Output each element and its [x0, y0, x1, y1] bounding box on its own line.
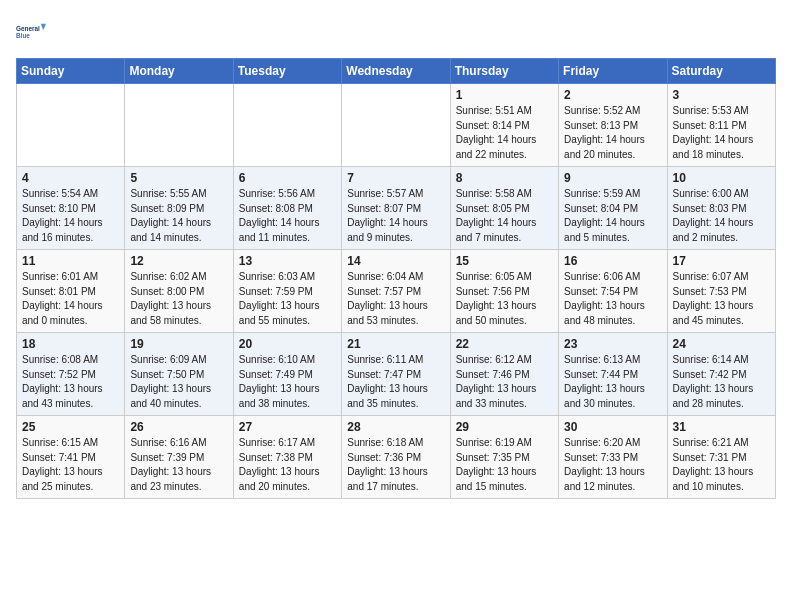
calendar-cell: 8Sunrise: 5:58 AM Sunset: 8:05 PM Daylig… — [450, 167, 558, 250]
day-header-saturday: Saturday — [667, 59, 775, 84]
day-info: Sunrise: 5:57 AM Sunset: 8:07 PM Dayligh… — [347, 187, 444, 245]
day-info: Sunrise: 6:12 AM Sunset: 7:46 PM Dayligh… — [456, 353, 553, 411]
logo-icon: GeneralBlue — [16, 16, 48, 48]
calendar-cell: 27Sunrise: 6:17 AM Sunset: 7:38 PM Dayli… — [233, 416, 341, 499]
day-number: 15 — [456, 254, 553, 268]
calendar-cell: 6Sunrise: 5:56 AM Sunset: 8:08 PM Daylig… — [233, 167, 341, 250]
day-number: 22 — [456, 337, 553, 351]
calendar-cell: 11Sunrise: 6:01 AM Sunset: 8:01 PM Dayli… — [17, 250, 125, 333]
day-number: 13 — [239, 254, 336, 268]
calendar-cell — [342, 84, 450, 167]
day-info: Sunrise: 6:19 AM Sunset: 7:35 PM Dayligh… — [456, 436, 553, 494]
week-row: 18Sunrise: 6:08 AM Sunset: 7:52 PM Dayli… — [17, 333, 776, 416]
day-info: Sunrise: 6:18 AM Sunset: 7:36 PM Dayligh… — [347, 436, 444, 494]
calendar-cell: 3Sunrise: 5:53 AM Sunset: 8:11 PM Daylig… — [667, 84, 775, 167]
svg-text:General: General — [16, 25, 40, 32]
day-info: Sunrise: 6:14 AM Sunset: 7:42 PM Dayligh… — [673, 353, 770, 411]
week-row: 4Sunrise: 5:54 AM Sunset: 8:10 PM Daylig… — [17, 167, 776, 250]
calendar-cell: 12Sunrise: 6:02 AM Sunset: 8:00 PM Dayli… — [125, 250, 233, 333]
calendar-cell: 10Sunrise: 6:00 AM Sunset: 8:03 PM Dayli… — [667, 167, 775, 250]
day-number: 10 — [673, 171, 770, 185]
day-number: 30 — [564, 420, 661, 434]
day-number: 3 — [673, 88, 770, 102]
day-number: 19 — [130, 337, 227, 351]
day-info: Sunrise: 6:01 AM Sunset: 8:01 PM Dayligh… — [22, 270, 119, 328]
day-number: 8 — [456, 171, 553, 185]
day-info: Sunrise: 5:54 AM Sunset: 8:10 PM Dayligh… — [22, 187, 119, 245]
calendar-cell: 25Sunrise: 6:15 AM Sunset: 7:41 PM Dayli… — [17, 416, 125, 499]
day-info: Sunrise: 6:03 AM Sunset: 7:59 PM Dayligh… — [239, 270, 336, 328]
day-number: 23 — [564, 337, 661, 351]
day-info: Sunrise: 6:20 AM Sunset: 7:33 PM Dayligh… — [564, 436, 661, 494]
calendar-cell: 24Sunrise: 6:14 AM Sunset: 7:42 PM Dayli… — [667, 333, 775, 416]
calendar-cell: 7Sunrise: 5:57 AM Sunset: 8:07 PM Daylig… — [342, 167, 450, 250]
calendar-cell: 20Sunrise: 6:10 AM Sunset: 7:49 PM Dayli… — [233, 333, 341, 416]
day-number: 4 — [22, 171, 119, 185]
day-header-wednesday: Wednesday — [342, 59, 450, 84]
day-info: Sunrise: 6:15 AM Sunset: 7:41 PM Dayligh… — [22, 436, 119, 494]
day-info: Sunrise: 6:11 AM Sunset: 7:47 PM Dayligh… — [347, 353, 444, 411]
calendar-cell: 17Sunrise: 6:07 AM Sunset: 7:53 PM Dayli… — [667, 250, 775, 333]
calendar-cell — [233, 84, 341, 167]
calendar-header: SundayMondayTuesdayWednesdayThursdayFrid… — [17, 59, 776, 84]
day-header-friday: Friday — [559, 59, 667, 84]
day-number: 29 — [456, 420, 553, 434]
day-number: 18 — [22, 337, 119, 351]
day-number: 6 — [239, 171, 336, 185]
day-number: 16 — [564, 254, 661, 268]
day-header-monday: Monday — [125, 59, 233, 84]
week-row: 11Sunrise: 6:01 AM Sunset: 8:01 PM Dayli… — [17, 250, 776, 333]
calendar-cell: 15Sunrise: 6:05 AM Sunset: 7:56 PM Dayli… — [450, 250, 558, 333]
calendar-cell — [125, 84, 233, 167]
day-info: Sunrise: 6:17 AM Sunset: 7:38 PM Dayligh… — [239, 436, 336, 494]
day-info: Sunrise: 5:52 AM Sunset: 8:13 PM Dayligh… — [564, 104, 661, 162]
week-row: 25Sunrise: 6:15 AM Sunset: 7:41 PM Dayli… — [17, 416, 776, 499]
calendar-cell: 5Sunrise: 5:55 AM Sunset: 8:09 PM Daylig… — [125, 167, 233, 250]
day-info: Sunrise: 6:16 AM Sunset: 7:39 PM Dayligh… — [130, 436, 227, 494]
day-number: 17 — [673, 254, 770, 268]
day-header-sunday: Sunday — [17, 59, 125, 84]
day-info: Sunrise: 5:53 AM Sunset: 8:11 PM Dayligh… — [673, 104, 770, 162]
day-number: 12 — [130, 254, 227, 268]
day-number: 5 — [130, 171, 227, 185]
day-info: Sunrise: 5:58 AM Sunset: 8:05 PM Dayligh… — [456, 187, 553, 245]
day-header-tuesday: Tuesday — [233, 59, 341, 84]
week-row: 1Sunrise: 5:51 AM Sunset: 8:14 PM Daylig… — [17, 84, 776, 167]
calendar-cell: 22Sunrise: 6:12 AM Sunset: 7:46 PM Dayli… — [450, 333, 558, 416]
day-info: Sunrise: 5:59 AM Sunset: 8:04 PM Dayligh… — [564, 187, 661, 245]
calendar-cell: 23Sunrise: 6:13 AM Sunset: 7:44 PM Dayli… — [559, 333, 667, 416]
calendar-cell: 19Sunrise: 6:09 AM Sunset: 7:50 PM Dayli… — [125, 333, 233, 416]
day-info: Sunrise: 6:13 AM Sunset: 7:44 PM Dayligh… — [564, 353, 661, 411]
calendar-cell: 26Sunrise: 6:16 AM Sunset: 7:39 PM Dayli… — [125, 416, 233, 499]
day-info: Sunrise: 6:07 AM Sunset: 7:53 PM Dayligh… — [673, 270, 770, 328]
day-info: Sunrise: 6:08 AM Sunset: 7:52 PM Dayligh… — [22, 353, 119, 411]
calendar-cell: 1Sunrise: 5:51 AM Sunset: 8:14 PM Daylig… — [450, 84, 558, 167]
day-info: Sunrise: 6:00 AM Sunset: 8:03 PM Dayligh… — [673, 187, 770, 245]
day-number: 14 — [347, 254, 444, 268]
calendar-cell: 31Sunrise: 6:21 AM Sunset: 7:31 PM Dayli… — [667, 416, 775, 499]
day-number: 24 — [673, 337, 770, 351]
page-header: GeneralBlue — [16, 16, 776, 48]
calendar-table: SundayMondayTuesdayWednesdayThursdayFrid… — [16, 58, 776, 499]
day-number: 1 — [456, 88, 553, 102]
calendar-cell: 29Sunrise: 6:19 AM Sunset: 7:35 PM Dayli… — [450, 416, 558, 499]
calendar-cell: 13Sunrise: 6:03 AM Sunset: 7:59 PM Dayli… — [233, 250, 341, 333]
calendar-cell: 16Sunrise: 6:06 AM Sunset: 7:54 PM Dayli… — [559, 250, 667, 333]
day-number: 21 — [347, 337, 444, 351]
day-number: 2 — [564, 88, 661, 102]
day-info: Sunrise: 6:21 AM Sunset: 7:31 PM Dayligh… — [673, 436, 770, 494]
day-number: 25 — [22, 420, 119, 434]
day-header-thursday: Thursday — [450, 59, 558, 84]
calendar-cell: 30Sunrise: 6:20 AM Sunset: 7:33 PM Dayli… — [559, 416, 667, 499]
day-info: Sunrise: 6:10 AM Sunset: 7:49 PM Dayligh… — [239, 353, 336, 411]
day-number: 31 — [673, 420, 770, 434]
day-info: Sunrise: 5:51 AM Sunset: 8:14 PM Dayligh… — [456, 104, 553, 162]
day-number: 26 — [130, 420, 227, 434]
day-number: 27 — [239, 420, 336, 434]
day-info: Sunrise: 6:09 AM Sunset: 7:50 PM Dayligh… — [130, 353, 227, 411]
day-info: Sunrise: 6:04 AM Sunset: 7:57 PM Dayligh… — [347, 270, 444, 328]
calendar-cell: 9Sunrise: 5:59 AM Sunset: 8:04 PM Daylig… — [559, 167, 667, 250]
day-info: Sunrise: 5:56 AM Sunset: 8:08 PM Dayligh… — [239, 187, 336, 245]
calendar-cell: 2Sunrise: 5:52 AM Sunset: 8:13 PM Daylig… — [559, 84, 667, 167]
svg-text:Blue: Blue — [16, 32, 30, 39]
